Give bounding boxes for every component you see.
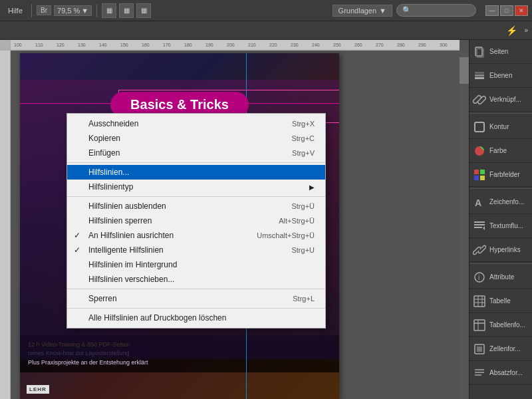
menu-item[interactable]: EinfügenStrg+V — [67, 146, 325, 160]
lehr-badge: LEHR — [27, 385, 49, 394]
scrollbar-vertical[interactable] — [460, 51, 469, 399]
checkmark-icon: ✓ — [74, 231, 80, 240]
svg-text:300: 300 — [440, 43, 448, 47]
zoom-value: 79,5 % — [57, 7, 80, 15]
svg-text:130: 130 — [78, 43, 86, 47]
menu-item-label: Intelligente Hilfslinien — [88, 245, 164, 255]
menu-item[interactable]: Alle Hilfslinien auf Druckbogen löschen — [67, 311, 325, 325]
panel-item-label: Hyperlinks — [489, 246, 521, 254]
toolbar-icon-1[interactable]: ▦ — [102, 3, 116, 18]
panel-item-tableformat[interactable]: Tabellenfo... — [469, 313, 532, 337]
bridge-label: Br — [41, 7, 47, 14]
toolbar-right: Grundlagen ▼ 🔍 — □ ✕ — [332, 4, 528, 17]
tableformat-icon — [472, 318, 487, 332]
hyperlinks-icon — [472, 243, 487, 257]
panel-item-paragraphformat[interactable]: Absatzfor... — [469, 361, 532, 385]
menu-item[interactable]: Hilfslinien ausblendenStrg+Ü — [67, 199, 325, 213]
svg-rect-29 — [475, 122, 484, 132]
svg-text:100: 100 — [14, 43, 22, 47]
color-icon — [472, 144, 487, 158]
panel-item-table[interactable]: Tabelle — [469, 289, 532, 313]
double-arrow-icon[interactable]: » — [524, 27, 528, 34]
maximize-button[interactable]: □ — [500, 5, 513, 16]
svg-rect-25 — [475, 77, 484, 79]
panel-item-color[interactable]: Farbe — [469, 139, 532, 163]
minimize-button[interactable]: — — [485, 5, 499, 16]
close-button[interactable]: ✕ — [515, 5, 528, 16]
svg-text:i: i — [478, 274, 479, 281]
svg-rect-50 — [477, 346, 482, 352]
menu-item[interactable]: Hilfslinien sperrenAlt+Strg+Ü — [67, 213, 325, 228]
menu-item[interactable]: Hilfslinientyp▶ — [67, 180, 325, 194]
panel-separator — [469, 263, 532, 264]
svg-text:230: 230 — [291, 43, 299, 47]
svg-text:290: 290 — [418, 43, 426, 47]
grundlagen-arrow: ▼ — [379, 7, 386, 15]
menu-item[interactable]: Hilfslinien im Hintergrund — [67, 257, 325, 272]
scrollbar-thumb[interactable] — [460, 57, 469, 84]
menu-item[interactable]: ✓An Hilfslinien ausrichtenUmschalt+Strg+… — [67, 228, 325, 243]
menu-item-shortcut: Alt+Strg+Ü — [279, 217, 315, 225]
panel-item-textflow[interactable]: Textumflu... — [469, 214, 532, 238]
menu-item-label: Ausschneiden — [88, 119, 138, 128]
toolbar-icon-3[interactable]: ▦ — [136, 3, 151, 18]
svg-text:190: 190 — [205, 43, 213, 47]
window-controls: — □ ✕ — [485, 5, 528, 16]
menu-item[interactable]: ✓Intelligente HilfslinienStrg+U — [67, 243, 325, 257]
menu-item-shortcut: Strg+X — [292, 120, 315, 128]
svg-text:210: 210 — [248, 43, 256, 47]
context-menu: AusschneidenStrg+XKopierenStrg+CEinfügen… — [66, 113, 326, 329]
menu-item-label: Hilfslinien im Hintergrund — [88, 260, 177, 269]
submenu-arrow-icon: ▶ — [309, 184, 315, 191]
svg-rect-36 — [474, 221, 485, 223]
menu-item-shortcut: Strg+L — [293, 295, 315, 303]
panel-item-label: Farbe — [489, 147, 507, 155]
menu-item[interactable]: Hilfslinien verschieben... — [67, 272, 325, 287]
panel-item-links[interactable]: Verknüpf... — [469, 88, 532, 112]
svg-text:280: 280 — [397, 43, 405, 47]
svg-rect-38 — [474, 227, 482, 228]
panel-item-stroke[interactable]: Kontur — [469, 115, 532, 139]
attributes-icon: i — [472, 270, 487, 285]
panel-item-font[interactable]: AZeichenfo... — [469, 190, 532, 214]
toolbar-icon-2[interactable]: ▦ — [119, 3, 134, 18]
search-box[interactable]: 🔍 — [396, 4, 476, 17]
panel-item-label: Verknüpf... — [489, 96, 521, 104]
search-icon: 🔍 — [402, 6, 412, 15]
svg-rect-34 — [480, 176, 485, 180]
menu-item-label: An Hilfslinien ausrichten — [88, 231, 174, 240]
panel-item-cellformat[interactable]: Zellenfor... — [469, 337, 532, 361]
panel-item-layers[interactable]: Ebenen — [469, 64, 532, 88]
panel-item-swatches[interactable]: Farbfelder — [469, 163, 532, 187]
menu-separator — [67, 308, 325, 309]
checkmark-icon: ✓ — [74, 245, 80, 255]
zoom-control[interactable]: 79,5 % ▼ — [54, 5, 92, 16]
menu-item[interactable]: Hilfslinien... — [67, 165, 325, 180]
panel-item-attributes[interactable]: iAttribute — [469, 265, 532, 289]
menu-item-label: Hilfslinientyp — [88, 182, 133, 192]
menu-item[interactable]: KopierenStrg+C — [67, 131, 325, 146]
menu-item[interactable]: AusschneidenStrg+X — [67, 116, 325, 131]
bridge-button[interactable]: Br — [37, 5, 51, 15]
links-icon — [472, 92, 487, 107]
secondary-toolbar: ⚡ » — [0, 21, 532, 40]
panel-item-pages[interactable]: Seiten — [469, 40, 532, 64]
svg-rect-37 — [474, 224, 485, 225]
canvas-area[interactable]: 100 110 120 130 140 150 160 170 180 190 … — [0, 40, 469, 399]
menu-separator — [67, 196, 325, 197]
help-menu[interactable]: Hilfe — [4, 5, 27, 16]
svg-rect-33 — [474, 176, 479, 180]
svg-text:160: 160 — [142, 43, 150, 47]
menu-separator — [67, 162, 325, 163]
grundlagen-button[interactable]: Grundlagen ▼ — [332, 5, 392, 17]
svg-line-28 — [478, 98, 481, 101]
menu-item[interactable]: SperrenStrg+L — [67, 291, 325, 306]
main-toolbar: Hilfe Br 79,5 % ▼ ▦ ▦ ▦ Grundlagen ▼ 🔍 —… — [0, 0, 532, 21]
svg-rect-32 — [480, 170, 485, 174]
svg-rect-41 — [474, 296, 485, 307]
panel-item-hyperlinks[interactable]: Hyperlinks — [469, 238, 532, 262]
svg-text:A: A — [475, 198, 481, 208]
svg-rect-46 — [474, 320, 485, 331]
table-icon — [472, 294, 487, 309]
lightning-icon[interactable]: ⚡ — [506, 25, 517, 36]
